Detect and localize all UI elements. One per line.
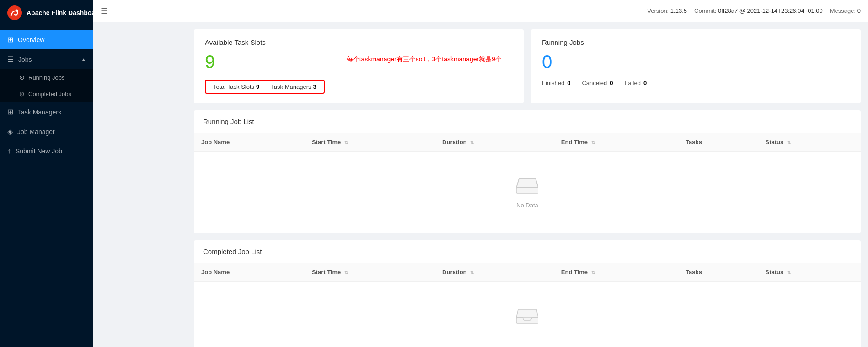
col-start-time-2[interactable]: Start Time ⇅ bbox=[305, 263, 435, 282]
inbox-icon bbox=[516, 176, 538, 194]
sort-icon-6: ⇅ bbox=[470, 270, 474, 275]
col-duration-2[interactable]: Duration ⇅ bbox=[435, 263, 554, 282]
task-slots-annotation-box: Total Task Slots 9 Task Managers 3 bbox=[205, 80, 325, 94]
completed-job-list-section: Completed Job List Job Name Start Time ⇅… bbox=[194, 240, 861, 347]
available-task-slots-card: Available Task Slots 9 Total Task Slots … bbox=[194, 29, 524, 103]
col-tasks-1[interactable]: Tasks bbox=[678, 133, 758, 152]
message-info: Message: 0 bbox=[830, 7, 861, 14]
sidebar-item-submit-new-job[interactable]: ↑ Submit New Job bbox=[0, 141, 93, 161]
failed-stat: Failed 0 bbox=[625, 80, 647, 87]
canceled-stat: Canceled 0 bbox=[582, 80, 613, 87]
task-managers-label: Task Managers bbox=[18, 108, 61, 116]
svg-point-1 bbox=[16, 10, 18, 12]
sidebar-item-running-jobs[interactable]: ⊙ Running Jobs bbox=[0, 69, 93, 86]
sidebar-item-task-managers[interactable]: ⊞ Task Managers bbox=[0, 102, 93, 122]
col-job-name-2: Job Name bbox=[194, 263, 305, 282]
running-job-table-head: Job Name Start Time ⇅ Duration ⇅ End Tim… bbox=[194, 133, 861, 152]
submit-new-job-label: Submit New Job bbox=[16, 147, 62, 155]
sidebar-item-overview[interactable]: ⊞ Overview bbox=[0, 30, 93, 49]
task-managers-label: Task Managers bbox=[271, 83, 311, 90]
divider-1 bbox=[576, 80, 576, 87]
canceled-label: Canceled bbox=[582, 80, 607, 87]
running-jobs-value: 0 bbox=[542, 52, 850, 72]
sidebar-item-jobs[interactable]: ☰ Jobs ▲ bbox=[0, 49, 93, 69]
no-data-container-running: No Data bbox=[201, 157, 853, 227]
overview-cards: Available Task Slots 9 Total Task Slots … bbox=[194, 29, 861, 103]
running-job-table: Job Name Start Time ⇅ Duration ⇅ End Tim… bbox=[194, 133, 861, 233]
completed-job-table-body bbox=[194, 282, 861, 347]
overview-label: Overview bbox=[18, 36, 44, 43]
sort-icon-5: ⇅ bbox=[344, 270, 348, 275]
completed-job-list-header: Completed Job List bbox=[194, 240, 861, 263]
sidebar-menu: ⊞ Overview ☰ Jobs ▲ ⊙ Running Jobs ⊙ Com… bbox=[0, 26, 93, 347]
chevron-up-icon: ▲ bbox=[81, 57, 86, 62]
running-jobs-title: Running Jobs bbox=[542, 38, 850, 46]
sort-icon-4: ⇅ bbox=[787, 140, 791, 145]
running-job-table-header-row: Job Name Start Time ⇅ Duration ⇅ End Tim… bbox=[194, 133, 861, 152]
divider bbox=[265, 84, 265, 90]
running-job-table-body: No Data bbox=[194, 152, 861, 233]
running-jobs-icon: ⊙ bbox=[19, 74, 25, 81]
sidebar-toggle-button[interactable]: ☰ bbox=[101, 6, 108, 16]
inbox-icon-2 bbox=[516, 306, 538, 324]
col-start-time-1[interactable]: Start Time ⇅ bbox=[305, 133, 435, 152]
jobs-label: Jobs bbox=[18, 56, 32, 63]
col-tasks-2[interactable]: Tasks bbox=[678, 263, 758, 282]
annotation-text: 每个taskmanager有三个solt，3个taskmanager就是9个 bbox=[347, 55, 502, 64]
app-title: Apache Flink Dashboard bbox=[27, 9, 93, 16]
no-data-cell-running: No Data bbox=[194, 152, 861, 233]
topbar-info: Version: 1.13.5 Commit: 0ff28a7 @ 2021-1… bbox=[647, 7, 861, 14]
running-jobs-label: Running Jobs bbox=[28, 74, 65, 81]
sort-icon-3: ⇅ bbox=[591, 140, 595, 145]
overview-icon: ⊞ bbox=[7, 35, 13, 44]
col-job-name-1: Job Name bbox=[194, 133, 305, 152]
main-content: Available Task Slots 9 Total Task Slots … bbox=[187, 22, 868, 347]
completed-job-table-head: Job Name Start Time ⇅ Duration ⇅ End Tim… bbox=[194, 263, 861, 282]
sort-icon-7: ⇅ bbox=[591, 270, 595, 275]
no-data-row-completed bbox=[194, 282, 861, 347]
no-data-icon-2 bbox=[516, 306, 538, 328]
running-job-list-header: Running Job List bbox=[194, 110, 861, 133]
svg-rect-2 bbox=[516, 188, 538, 193]
topbar: ☰ Version: 1.13.5 Commit: 0ff28a7 @ 2021… bbox=[93, 0, 868, 22]
col-status-1[interactable]: Status ⇅ bbox=[758, 133, 861, 152]
canceled-value: 0 bbox=[610, 80, 613, 87]
version-value: 1.13.5 bbox=[670, 7, 687, 14]
col-end-time-1[interactable]: End Time ⇅ bbox=[554, 133, 678, 152]
finished-value: 0 bbox=[567, 80, 570, 87]
completed-jobs-icon: ⊙ bbox=[19, 90, 25, 98]
available-task-slots-value: 9 bbox=[205, 52, 325, 72]
commit-info: Commit: 0ff28a7 @ 2021-12-14T23:26:04+01… bbox=[694, 7, 823, 14]
jobs-icon: ☰ bbox=[7, 55, 14, 64]
divider-2 bbox=[619, 80, 619, 87]
flink-logo-icon bbox=[7, 5, 22, 20]
sidebar-item-job-manager[interactable]: ◈ Job Manager bbox=[0, 122, 93, 141]
sidebar: Apache Flink Dashboard ⊞ Overview ☰ Jobs… bbox=[0, 0, 93, 347]
submit-job-icon: ↑ bbox=[7, 147, 11, 155]
message-value: 0 bbox=[857, 7, 861, 14]
no-data-container-completed bbox=[201, 287, 853, 347]
no-data-row-running: No Data bbox=[194, 152, 861, 233]
svg-point-0 bbox=[7, 5, 22, 20]
completed-job-table-wrap: Job Name Start Time ⇅ Duration ⇅ End Tim… bbox=[194, 263, 861, 347]
col-end-time-2[interactable]: End Time ⇅ bbox=[554, 263, 678, 282]
running-jobs-stats: Finished 0 Canceled 0 Failed 0 bbox=[542, 80, 850, 87]
completed-jobs-label: Completed Jobs bbox=[28, 91, 71, 98]
total-task-slots-label: Total Task Slots bbox=[213, 83, 254, 90]
col-duration-1[interactable]: Duration ⇅ bbox=[435, 133, 554, 152]
completed-job-table-header-row: Job Name Start Time ⇅ Duration ⇅ End Tim… bbox=[194, 263, 861, 282]
sort-icon-2: ⇅ bbox=[470, 140, 474, 145]
sort-icon-8: ⇅ bbox=[787, 270, 791, 275]
commit-label: Commit: bbox=[694, 7, 716, 14]
no-data-icon bbox=[516, 176, 538, 198]
message-label: Message: bbox=[830, 7, 856, 14]
job-manager-icon: ◈ bbox=[7, 127, 13, 136]
sidebar-item-completed-jobs[interactable]: ⊙ Completed Jobs bbox=[0, 86, 93, 102]
version-info: Version: 1.13.5 bbox=[647, 7, 687, 14]
completed-job-table: Job Name Start Time ⇅ Duration ⇅ End Tim… bbox=[194, 263, 861, 347]
col-status-2[interactable]: Status ⇅ bbox=[758, 263, 861, 282]
task-managers-value: 3 bbox=[313, 83, 316, 90]
commit-value: 0ff28a7 @ 2021-12-14T23:26:04+01:00 bbox=[718, 7, 823, 14]
task-managers-icon: ⊞ bbox=[7, 108, 13, 116]
running-job-list-section: Running Job List Job Name Start Time ⇅ D… bbox=[194, 110, 861, 233]
